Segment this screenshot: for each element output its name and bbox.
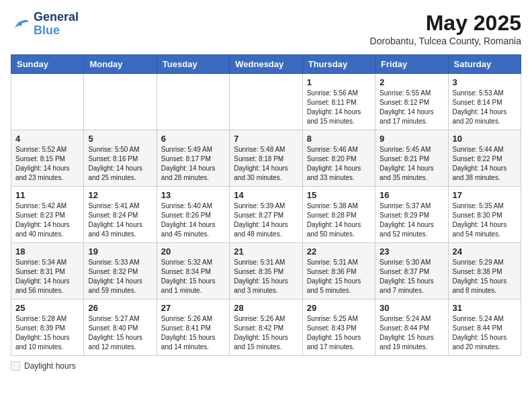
calendar-cell: 7Sunrise: 5:48 AM Sunset: 8:18 PM Daylig… bbox=[230, 130, 302, 187]
day-number: 30 bbox=[380, 303, 443, 313]
day-number: 13 bbox=[161, 190, 225, 200]
day-number: 17 bbox=[453, 190, 517, 200]
calendar-cell: 4Sunrise: 5:52 AM Sunset: 8:15 PM Daylig… bbox=[11, 130, 84, 187]
day-number: 2 bbox=[380, 77, 443, 87]
day-number: 14 bbox=[234, 190, 298, 200]
day-number: 28 bbox=[234, 303, 298, 313]
day-info: Sunrise: 5:31 AM Sunset: 8:36 PM Dayligh… bbox=[307, 258, 371, 295]
logo-icon bbox=[11, 14, 31, 34]
calendar-cell: 29Sunrise: 5:25 AM Sunset: 8:43 PM Dayli… bbox=[302, 300, 375, 356]
daylight-color-box bbox=[11, 361, 20, 371]
title-block: May 2025 Dorobantu, Tulcea County, Roman… bbox=[370, 11, 521, 46]
day-info: Sunrise: 5:40 AM Sunset: 8:26 PM Dayligh… bbox=[161, 201, 225, 239]
day-info: Sunrise: 5:38 AM Sunset: 8:28 PM Dayligh… bbox=[307, 201, 371, 239]
daylight-label: Daylight hours bbox=[24, 361, 76, 371]
calendar-day-header: Sunday bbox=[11, 55, 84, 74]
day-number: 8 bbox=[307, 134, 371, 144]
month-year-title: May 2025 bbox=[370, 11, 521, 36]
day-number: 12 bbox=[88, 190, 152, 200]
day-info: Sunrise: 5:50 AM Sunset: 8:16 PM Dayligh… bbox=[88, 145, 152, 183]
logo-text: General Blue bbox=[34, 11, 79, 38]
day-info: Sunrise: 5:33 AM Sunset: 8:32 PM Dayligh… bbox=[88, 258, 152, 295]
day-number: 9 bbox=[380, 134, 443, 144]
day-number: 1 bbox=[307, 77, 371, 87]
calendar-cell bbox=[11, 74, 84, 130]
calendar-cell: 18Sunrise: 5:34 AM Sunset: 8:31 PM Dayli… bbox=[11, 243, 84, 300]
calendar-cell: 12Sunrise: 5:41 AM Sunset: 8:24 PM Dayli… bbox=[84, 187, 157, 243]
day-info: Sunrise: 5:30 AM Sunset: 8:37 PM Dayligh… bbox=[380, 258, 443, 295]
calendar-cell: 2Sunrise: 5:55 AM Sunset: 8:12 PM Daylig… bbox=[375, 74, 448, 130]
calendar-cell: 9Sunrise: 5:45 AM Sunset: 8:21 PM Daylig… bbox=[375, 130, 448, 187]
day-info: Sunrise: 5:55 AM Sunset: 8:12 PM Dayligh… bbox=[380, 89, 443, 126]
calendar-day-header: Thursday bbox=[302, 55, 375, 74]
calendar-cell: 13Sunrise: 5:40 AM Sunset: 8:26 PM Dayli… bbox=[157, 187, 229, 243]
calendar-cell: 19Sunrise: 5:33 AM Sunset: 8:32 PM Dayli… bbox=[84, 243, 157, 300]
location-subtitle: Dorobantu, Tulcea County, Romania bbox=[370, 36, 521, 46]
calendar-week-row: 1Sunrise: 5:56 AM Sunset: 8:11 PM Daylig… bbox=[11, 74, 521, 130]
calendar-cell: 1Sunrise: 5:56 AM Sunset: 8:11 PM Daylig… bbox=[302, 74, 375, 130]
calendar-cell: 6Sunrise: 5:49 AM Sunset: 8:17 PM Daylig… bbox=[157, 130, 229, 187]
calendar-cell: 8Sunrise: 5:46 AM Sunset: 8:20 PM Daylig… bbox=[302, 130, 375, 187]
calendar-cell: 31Sunrise: 5:24 AM Sunset: 8:44 PM Dayli… bbox=[448, 300, 521, 356]
day-info: Sunrise: 5:28 AM Sunset: 8:39 PM Dayligh… bbox=[15, 314, 79, 352]
day-number: 3 bbox=[453, 77, 517, 87]
day-number: 20 bbox=[161, 246, 225, 257]
calendar-cell: 27Sunrise: 5:26 AM Sunset: 8:41 PM Dayli… bbox=[157, 300, 229, 356]
day-number: 31 bbox=[453, 303, 517, 313]
day-info: Sunrise: 5:25 AM Sunset: 8:43 PM Dayligh… bbox=[307, 314, 371, 352]
calendar-cell: 20Sunrise: 5:32 AM Sunset: 8:34 PM Dayli… bbox=[157, 243, 229, 300]
day-info: Sunrise: 5:34 AM Sunset: 8:31 PM Dayligh… bbox=[15, 258, 79, 295]
day-number: 11 bbox=[15, 190, 79, 200]
calendar-cell: 24Sunrise: 5:29 AM Sunset: 8:38 PM Dayli… bbox=[448, 243, 521, 300]
calendar-cell: 15Sunrise: 5:38 AM Sunset: 8:28 PM Dayli… bbox=[302, 187, 375, 243]
calendar-week-row: 11Sunrise: 5:42 AM Sunset: 8:23 PM Dayli… bbox=[11, 187, 521, 243]
calendar-header-row: SundayMondayTuesdayWednesdayThursdayFrid… bbox=[11, 55, 521, 74]
calendar-day-header: Saturday bbox=[448, 55, 521, 74]
day-number: 19 bbox=[88, 246, 152, 257]
calendar-cell: 14Sunrise: 5:39 AM Sunset: 8:27 PM Dayli… bbox=[230, 187, 302, 243]
calendar-cell: 11Sunrise: 5:42 AM Sunset: 8:23 PM Dayli… bbox=[11, 187, 84, 243]
day-info: Sunrise: 5:49 AM Sunset: 8:17 PM Dayligh… bbox=[161, 145, 225, 183]
day-number: 29 bbox=[307, 303, 371, 313]
day-info: Sunrise: 5:45 AM Sunset: 8:21 PM Dayligh… bbox=[380, 145, 443, 183]
calendar-week-row: 25Sunrise: 5:28 AM Sunset: 8:39 PM Dayli… bbox=[11, 300, 521, 356]
day-info: Sunrise: 5:42 AM Sunset: 8:23 PM Dayligh… bbox=[15, 201, 79, 239]
calendar-cell: 28Sunrise: 5:26 AM Sunset: 8:42 PM Dayli… bbox=[230, 300, 302, 356]
calendar-cell: 22Sunrise: 5:31 AM Sunset: 8:36 PM Dayli… bbox=[302, 243, 375, 300]
day-info: Sunrise: 5:48 AM Sunset: 8:18 PM Dayligh… bbox=[234, 145, 298, 183]
day-number: 5 bbox=[88, 134, 152, 144]
day-number: 21 bbox=[234, 246, 298, 257]
day-number: 16 bbox=[380, 190, 443, 200]
day-info: Sunrise: 5:46 AM Sunset: 8:20 PM Dayligh… bbox=[307, 145, 371, 183]
calendar-week-row: 4Sunrise: 5:52 AM Sunset: 8:15 PM Daylig… bbox=[11, 130, 521, 187]
day-number: 7 bbox=[234, 134, 298, 144]
calendar-cell: 25Sunrise: 5:28 AM Sunset: 8:39 PM Dayli… bbox=[11, 300, 84, 356]
page-header: General Blue May 2025 Dorobantu, Tulcea … bbox=[11, 11, 521, 46]
day-number: 23 bbox=[380, 246, 443, 257]
day-info: Sunrise: 5:26 AM Sunset: 8:42 PM Dayligh… bbox=[234, 314, 298, 352]
calendar-day-header: Tuesday bbox=[157, 55, 229, 74]
calendar-cell bbox=[157, 74, 229, 130]
calendar-cell: 17Sunrise: 5:35 AM Sunset: 8:30 PM Dayli… bbox=[448, 187, 521, 243]
day-info: Sunrise: 5:32 AM Sunset: 8:34 PM Dayligh… bbox=[161, 258, 225, 295]
day-info: Sunrise: 5:31 AM Sunset: 8:35 PM Dayligh… bbox=[234, 258, 298, 295]
day-info: Sunrise: 5:41 AM Sunset: 8:24 PM Dayligh… bbox=[88, 201, 152, 239]
day-info: Sunrise: 5:27 AM Sunset: 8:40 PM Dayligh… bbox=[88, 314, 152, 352]
day-number: 22 bbox=[307, 246, 371, 257]
calendar-day-header: Monday bbox=[84, 55, 157, 74]
logo: General Blue bbox=[11, 11, 79, 38]
calendar-cell: 16Sunrise: 5:37 AM Sunset: 8:29 PM Dayli… bbox=[375, 187, 448, 243]
day-info: Sunrise: 5:24 AM Sunset: 8:44 PM Dayligh… bbox=[380, 314, 443, 352]
day-number: 25 bbox=[15, 303, 79, 313]
day-info: Sunrise: 5:26 AM Sunset: 8:41 PM Dayligh… bbox=[161, 314, 225, 352]
footer-note: Daylight hours bbox=[11, 361, 521, 371]
day-info: Sunrise: 5:56 AM Sunset: 8:11 PM Dayligh… bbox=[307, 89, 371, 126]
calendar-table: SundayMondayTuesdayWednesdayThursdayFrid… bbox=[11, 54, 521, 356]
calendar-week-row: 18Sunrise: 5:34 AM Sunset: 8:31 PM Dayli… bbox=[11, 243, 521, 300]
day-number: 6 bbox=[161, 134, 225, 144]
day-number: 10 bbox=[453, 134, 517, 144]
calendar-cell: 3Sunrise: 5:53 AM Sunset: 8:14 PM Daylig… bbox=[448, 74, 521, 130]
calendar-cell: 21Sunrise: 5:31 AM Sunset: 8:35 PM Dayli… bbox=[230, 243, 302, 300]
day-info: Sunrise: 5:39 AM Sunset: 8:27 PM Dayligh… bbox=[234, 201, 298, 239]
day-number: 27 bbox=[161, 303, 225, 313]
